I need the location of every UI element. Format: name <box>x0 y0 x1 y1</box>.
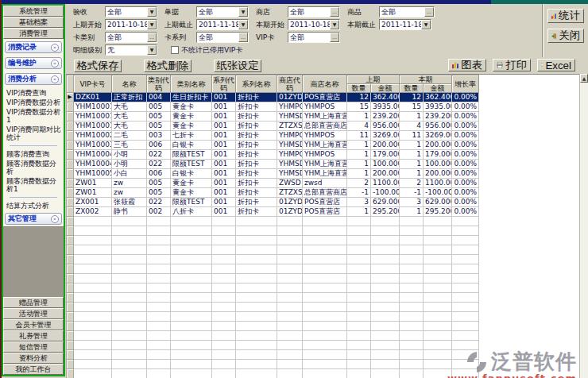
paper-setting-button[interactable]: 纸张设定 <box>214 60 261 72</box>
sidebar-bottom-button[interactable]: 礼券管理 <box>3 330 64 341</box>
table-row[interactable]: YHM10004小明022限额TEST001折扣卡YHMPOSYHMPOS117… <box>67 150 479 160</box>
sidebar-top-button[interactable]: 系统管理 <box>3 6 64 17</box>
collapse-chevron-icon[interactable]: » <box>51 215 59 223</box>
filter-field[interactable]: 全部… <box>288 32 340 43</box>
filter-field[interactable]: 全部… <box>379 6 435 17</box>
filter-field[interactable]: 全部▼ <box>105 6 157 17</box>
ellipsis-icon[interactable]: … <box>238 33 248 42</box>
table-row-empty <box>67 369 479 378</box>
table-row[interactable]: YHM10002二毛003七折卡001折扣卡YHMPOSYHMPOS113269… <box>67 131 479 141</box>
exclude-disabled-vip-checkbox[interactable] <box>171 46 179 54</box>
table-row[interactable]: ZX001张筱霞022限额TEST001折扣卡01ZYDPOS直营店3629.0… <box>67 198 479 207</box>
col-series-code[interactable]: 系列代码 <box>212 75 236 93</box>
ellipsis-icon[interactable]: … <box>330 7 339 17</box>
table-row[interactable]: ZX002静书002八折卡001折扣卡01ZYDPOS直营店1295.20012… <box>67 207 479 217</box>
cell-empty <box>74 284 112 293</box>
cell-shop_name: YHMPOS <box>303 150 347 160</box>
ellipsis-icon[interactable]: … <box>424 7 434 17</box>
sidebar-bottom-button[interactable]: 我的工作台 <box>3 364 64 375</box>
sidebar-bottom-button[interactable]: 活动管理 <box>3 308 64 319</box>
table-row[interactable]: YHM10001大毛005黄金卡001折扣卡ZTZXSD总部直营商店4956.0… <box>67 122 479 131</box>
sidebar-bottom-button[interactable]: 资料分析 <box>3 353 64 364</box>
col-series-name[interactable]: 系列名称 <box>236 75 277 93</box>
col-cat-code[interactable]: 类别代码 <box>147 75 171 93</box>
col-last-amt[interactable]: 金额 <box>371 84 400 93</box>
format-delete-button[interactable]: 格式删除 <box>144 60 191 72</box>
sidebar-section-other-manage[interactable]: 其它管理 » <box>5 213 62 225</box>
chevron-down-icon[interactable]: ▼ <box>238 7 248 17</box>
col-growth[interactable]: 增长率 <box>452 75 479 93</box>
col-group-current[interactable]: 本期 <box>400 75 452 84</box>
sidebar-item[interactable]: 顾客消费查询 <box>6 149 64 159</box>
sidebar-item[interactable]: 结算方式分析 <box>6 201 64 210</box>
table-row[interactable]: ▶DZK01正常折扣004生日折扣卡001折扣卡01ZYDPOS直营店12362… <box>67 93 479 102</box>
collapse-chevron-icon[interactable]: « <box>51 75 59 83</box>
chevron-down-icon[interactable]: ▼ <box>147 45 157 55</box>
filter-field[interactable]: 全部… <box>288 6 340 17</box>
col-group-last[interactable]: 上期 <box>347 75 400 84</box>
close-button[interactable]: 关闭 <box>547 29 584 43</box>
chevron-down-icon[interactable]: ▼ <box>330 20 339 29</box>
cell-empty <box>400 255 424 264</box>
table-row[interactable]: YHM10001大毛005黄金卡001折扣卡YHMPOSYHMPOS153935… <box>67 102 479 112</box>
table-row[interactable]: YHM10005小白006白银卡001折扣卡YHMSD1YHM上海直营店1200… <box>67 169 479 179</box>
chevron-down-icon[interactable]: ▼ <box>147 20 157 29</box>
sidebar-bottom-button[interactable]: 赠品管理 <box>3 297 64 308</box>
stats-button[interactable]: 统计 <box>547 9 584 23</box>
sidebar-item[interactable]: 顾客消费数据分析 <box>6 159 64 176</box>
filter-field[interactable]: 全部▼ <box>196 6 249 17</box>
col-last-qty[interactable]: 数量 <box>347 84 371 93</box>
filter-field[interactable]: 全部… <box>196 32 249 43</box>
col-vip-card[interactable]: VIP卡号 <box>74 75 112 93</box>
cell-cat_code: 006 <box>147 141 171 150</box>
sidebar-bottom-button[interactable]: 会员卡管理 <box>3 319 64 330</box>
col-cat-name[interactable]: 类别名称 <box>171 75 212 93</box>
scroll-up-icon[interactable]: ▲ <box>580 74 588 83</box>
sidebar-top-button[interactable]: 消费管理 <box>3 28 64 39</box>
chevron-down-icon[interactable]: ▼ <box>421 20 431 29</box>
collapse-chevron-icon[interactable]: » <box>51 44 59 52</box>
sidebar-section-consume-records[interactable]: 消费记录 » <box>5 41 62 53</box>
col-cur-qty[interactable]: 数量 <box>400 84 424 93</box>
filter-field[interactable]: 2011-10-18▼ <box>288 19 340 30</box>
col-shop-code[interactable]: 商店代码 <box>277 75 303 93</box>
collapse-chevron-icon[interactable]: » <box>51 60 59 68</box>
sidebar-item[interactable]: 顾客消费数据分析1 <box>6 176 64 194</box>
col-name[interactable]: 名称 <box>112 75 147 93</box>
filter-field[interactable]: 2011-11-18▼ <box>379 19 431 30</box>
filter-field[interactable]: 2011-11-18▼ <box>196 19 249 30</box>
sidebar-section-number-maintain[interactable]: 编号维护 » <box>5 57 62 69</box>
chevron-down-icon[interactable]: ▼ <box>238 20 248 29</box>
table-row[interactable]: ZW01zw005黄金卡001折扣卡ZTZXSD总部直营商店-1-100.000… <box>67 188 479 198</box>
table-row[interactable]: YHM10004小明022限额TEST001折扣卡YHMSD1YHM上海直营店1… <box>67 160 479 169</box>
table-row[interactable]: YHM10003三毛006白银卡001折扣卡YHMSD1YHM上海直营店1200… <box>67 141 479 150</box>
excel-button[interactable]: X Excel <box>537 59 575 71</box>
chart-button[interactable]: 图表 <box>448 59 486 71</box>
sidebar-item[interactable]: VIP消费查询 <box>6 88 64 98</box>
filter-label: VIP卡 <box>256 33 288 43</box>
print-button[interactable]: 打印 <box>493 59 531 71</box>
filter-field[interactable]: 2011-10-18▼ <box>105 19 157 30</box>
detail-level-combo[interactable]: 无 ▼ <box>105 44 157 56</box>
sidebar-top-button[interactable]: 基础档案 <box>3 17 64 28</box>
sidebar-section-consume-analysis[interactable]: 消费分析 « <box>5 73 62 85</box>
cell-empty <box>277 284 303 293</box>
chevron-down-icon[interactable]: ▼ <box>147 7 157 17</box>
format-save-button[interactable]: 格式保存 <box>74 60 122 72</box>
col-shop-name[interactable]: 商店名称 <box>303 75 347 93</box>
sidebar-item[interactable]: VIP消费同期对比统计 <box>6 125 64 142</box>
ellipsis-icon[interactable]: … <box>330 33 339 42</box>
ellipsis-icon[interactable]: … <box>147 33 157 42</box>
row-indicator <box>67 255 74 264</box>
sidebar-item[interactable]: VIP消费数据分析 <box>6 98 64 107</box>
col-cur-amt[interactable]: 金额 <box>424 84 452 93</box>
sidebar-item[interactable]: VIP消费数据分析1 <box>6 107 64 125</box>
filter-field[interactable]: 全部… <box>105 32 157 43</box>
table-row-empty <box>67 226 479 236</box>
sidebar-bottom-button[interactable]: 短信管理 <box>3 341 64 353</box>
table-row[interactable]: YHM10001大毛005黄金卡001折扣卡YHMSD1YHM上海直营店1239… <box>67 112 479 122</box>
vertical-scrollbar[interactable]: ▲ ▼ <box>579 74 588 378</box>
table-row[interactable]: ZW01zw005黄金卡001折扣卡ZWSDzwsd21100.00021100… <box>67 179 479 188</box>
cell-empty <box>371 217 400 226</box>
cell-empty <box>171 312 212 322</box>
